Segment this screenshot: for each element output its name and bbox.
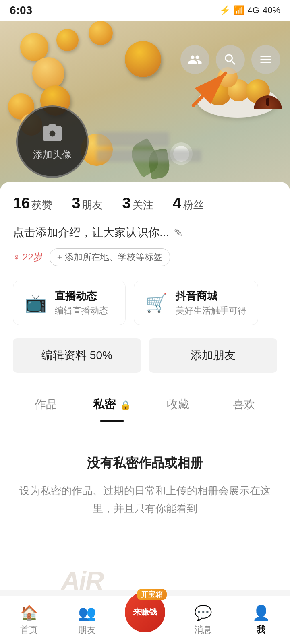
tab-private-label: 私密 — [93, 398, 116, 411]
air-watermark: AiR — [61, 566, 103, 596]
fruit-4 — [89, 21, 113, 45]
live-icon: 📺 — [25, 293, 47, 314]
earn-badge: 开宝箱 — [137, 589, 167, 600]
search-icon — [223, 52, 238, 67]
empty-title: 没有私密作品或相册 — [16, 454, 274, 472]
signal-icon: 4G — [248, 5, 259, 16]
shop-icon: 🛒 — [145, 293, 168, 314]
fruit-2 — [56, 29, 79, 51]
tab-collect[interactable]: 收藏 — [145, 387, 211, 422]
profile-banner: 添加头像 — [0, 21, 290, 190]
camera-icon — [41, 122, 64, 145]
stat-following[interactable]: 3 关注 — [122, 195, 153, 212]
live-title: 直播动态 — [55, 289, 108, 303]
search-button[interactable] — [216, 45, 245, 74]
add-tags-label: + 添加所在地、学校等标签 — [57, 251, 162, 263]
friends-label: 朋友 — [82, 198, 103, 212]
lock-icon: 🔒 — [120, 400, 131, 410]
profile-icon: 👤 — [252, 605, 270, 621]
status-time: 6:03 — [10, 4, 32, 17]
profile-content: 16 获赞 3 朋友 3 关注 4 粉丝 点击添加介绍，让大家认识你... ✎ … — [0, 182, 290, 422]
fruit-3 — [32, 57, 64, 89]
nav-messages[interactable]: 💬 消息 — [174, 605, 232, 636]
add-avatar-label: 添加头像 — [33, 148, 72, 161]
menu-button[interactable] — [251, 45, 280, 74]
bio-edit-icon[interactable]: ✎ — [174, 226, 183, 239]
tags-row: ♀ 22岁 + 添加所在地、学校等标签 — [13, 248, 277, 266]
nav-friends-icon: 👥 — [78, 605, 96, 621]
edit-profile-button[interactable]: 编辑资料 50% — [13, 338, 141, 373]
bio-row[interactable]: 点击添加介绍，让大家认识你... ✎ — [13, 225, 277, 240]
earn-text: 来赚钱 — [133, 607, 157, 617]
avatar-container[interactable]: 添加头像 — [16, 105, 89, 178]
add-friend-button[interactable]: 添加朋友 — [149, 338, 277, 373]
stat-followers[interactable]: 4 粉丝 — [173, 195, 204, 212]
nav-home[interactable]: 🏠 首页 — [0, 605, 58, 636]
home-icon: 🏠 — [20, 605, 38, 621]
empty-description: 设为私密的作品、过期的日常和上传的相册会展示在这里，并且只有你能看到 — [16, 482, 274, 517]
menu-icon — [259, 52, 273, 67]
banner-username-area — [97, 132, 201, 162]
following-label: 关注 — [133, 198, 153, 212]
friends-button[interactable] — [180, 45, 209, 74]
age-text: 22岁 — [23, 251, 43, 264]
profile-nav-label: 我 — [257, 624, 265, 636]
feature-cards-row: 📺 直播动态 编辑直播动态 🛒 抖音商城 美好生活触手可得 — [13, 281, 277, 325]
following-count: 3 — [122, 195, 130, 212]
username-blur — [97, 132, 169, 147]
bottom-nav: 🏠 首页 👥 朋友 开宝箱 来赚钱 💬 消息 👤 我 — [0, 596, 290, 644]
status-bar: 6:03 ⚡ 📶 4G 40% — [0, 0, 290, 21]
home-label: 首页 — [20, 624, 38, 636]
messages-icon: 💬 — [194, 605, 212, 621]
gender-tag: ♀ 22岁 — [13, 251, 43, 264]
messages-label: 消息 — [194, 624, 212, 636]
battery-indicator: 40% — [263, 5, 280, 16]
friends-icon — [188, 52, 202, 67]
gender-icon: ♀ — [13, 252, 20, 263]
bio-text: 点击添加介绍，让大家认识你... — [13, 225, 169, 240]
tab-works[interactable]: 作品 — [13, 387, 79, 422]
tab-works-label: 作品 — [35, 398, 57, 411]
live-subtitle: 编辑直播动态 — [55, 305, 108, 317]
tab-likes[interactable]: 喜欢 — [211, 387, 277, 422]
empty-state: 没有私密作品或相册 设为私密的作品、过期的日常和上传的相册会展示在这里，并且只有… — [0, 422, 290, 541]
avatar-circle[interactable]: 添加头像 — [16, 105, 89, 178]
followers-label: 粉丝 — [183, 198, 204, 212]
friends-count: 3 — [72, 195, 80, 212]
stats-row: 16 获赞 3 朋友 3 关注 4 粉丝 — [13, 195, 277, 212]
nav-earn[interactable]: 开宝箱 来赚钱 — [116, 608, 174, 632]
feature-card-shop[interactable]: 🛒 抖音商城 美好生活触手可得 — [134, 281, 258, 325]
likes-count: 16 — [13, 195, 30, 212]
earn-bag[interactable]: 开宝箱 来赚钱 — [125, 592, 165, 632]
add-tags-button[interactable]: + 添加所在地、学校等标签 — [50, 248, 170, 266]
shop-subtitle: 美好生活触手可得 — [176, 305, 246, 317]
likes-label: 获赞 — [31, 198, 52, 212]
userid-blur — [97, 150, 201, 162]
shop-title: 抖音商城 — [176, 289, 246, 303]
stat-friends[interactable]: 3 朋友 — [72, 195, 103, 212]
action-buttons-row: 编辑资料 50% 添加朋友 — [13, 338, 277, 373]
tab-private[interactable]: 私密 🔒 — [79, 387, 145, 422]
friends-nav-label: 朋友 — [78, 624, 96, 636]
nav-profile[interactable]: 👤 我 — [232, 605, 290, 636]
feature-card-live[interactable]: 📺 直播动态 编辑直播动态 — [13, 281, 126, 325]
stat-likes[interactable]: 16 获赞 — [13, 195, 52, 212]
bottom-spacer — [0, 541, 290, 590]
followers-count: 4 — [173, 195, 181, 212]
status-icons: ⚡ 📶 4G 40% — [220, 5, 280, 16]
fruit-1 — [20, 33, 48, 61]
bluetooth-icon: ⚡ — [220, 5, 230, 16]
tabs-row: 作品 私密 🔒 收藏 喜欢 — [13, 387, 277, 422]
wifi-icon: 📶 — [234, 5, 244, 16]
nav-friends[interactable]: 👥 朋友 — [58, 605, 116, 636]
tab-collect-label: 收藏 — [167, 398, 189, 411]
banner-top-icons — [180, 45, 280, 74]
tab-likes-label: 喜欢 — [233, 398, 255, 411]
fruit-5 — [125, 41, 161, 77]
